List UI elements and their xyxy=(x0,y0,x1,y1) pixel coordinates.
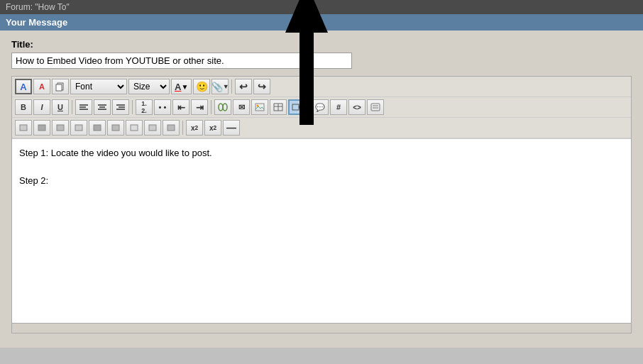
format-btn-9[interactable] xyxy=(163,120,180,136)
format-btn-7[interactable] xyxy=(126,120,143,136)
svg-rect-2 xyxy=(57,84,60,85)
indent-button[interactable]: ⇥ xyxy=(191,99,208,115)
size-select[interactable]: Size xyxy=(128,79,170,94)
format-btn-5[interactable] xyxy=(89,120,106,136)
editor-line-1: Step 1: Locate the video you would like … xyxy=(19,146,624,160)
underline-button[interactable]: U xyxy=(52,99,69,115)
format-btn-1[interactable] xyxy=(15,120,32,136)
svg-point-12 xyxy=(219,104,223,111)
outer-container: Title: A A Font Size A ▼ 🙂 📎▼ ↩ ↪ xyxy=(0,31,643,348)
outdent-button[interactable]: ⇤ xyxy=(172,99,189,115)
email-button[interactable]: ✉ xyxy=(233,99,250,115)
svg-rect-14 xyxy=(255,104,264,111)
editor-container: A A Font Size A ▼ 🙂 📎▼ ↩ ↪ B I xyxy=(11,76,632,333)
align-left-button[interactable] xyxy=(75,99,92,115)
link-button[interactable] xyxy=(214,99,231,115)
subscript-button[interactable]: x2 xyxy=(186,120,203,136)
emoji-button[interactable]: 🙂 xyxy=(193,79,210,94)
code2-button[interactable]: <> xyxy=(348,99,366,115)
svg-rect-1 xyxy=(56,84,62,91)
attach-button[interactable]: 📎▼ xyxy=(211,79,229,94)
undo-button[interactable]: ↩ xyxy=(235,79,252,94)
ordered-list-button[interactable]: 1.2. xyxy=(136,99,153,115)
spoiler-button[interactable] xyxy=(367,99,384,115)
align-center-button[interactable] xyxy=(94,99,111,115)
svg-rect-24 xyxy=(20,125,27,131)
bold-button[interactable]: B xyxy=(15,99,32,115)
svg-rect-31 xyxy=(149,125,156,131)
format-btn-8[interactable] xyxy=(144,120,161,136)
separator-4 xyxy=(211,100,211,114)
font-select[interactable]: Font xyxy=(70,79,127,94)
svg-rect-28 xyxy=(94,125,101,131)
italic-button[interactable]: I xyxy=(33,99,50,115)
format-btn-2[interactable] xyxy=(33,120,50,136)
editor-scrollbar[interactable] xyxy=(12,323,631,333)
svg-rect-32 xyxy=(167,125,175,131)
svg-marker-33 xyxy=(285,0,328,125)
paste-button[interactable] xyxy=(52,79,69,94)
svg-rect-27 xyxy=(75,125,82,131)
hr-button[interactable]: — xyxy=(223,120,240,136)
separator-1 xyxy=(231,79,232,94)
format-btn-4[interactable] xyxy=(70,120,87,136)
format-btn-6[interactable] xyxy=(107,120,124,136)
editor-area[interactable]: Step 1: Locate the video you would like … xyxy=(12,138,631,323)
editor-line-2: Step 2: xyxy=(19,174,624,188)
font-color-button[interactable]: A ▼ xyxy=(171,79,192,94)
separator-3 xyxy=(132,100,133,114)
svg-rect-26 xyxy=(57,125,64,131)
arrow-graphic xyxy=(278,0,335,132)
separator-2 xyxy=(72,100,72,114)
align-right-button[interactable] xyxy=(112,99,129,115)
superscript-button[interactable]: x2 xyxy=(204,120,221,136)
format-btn-3[interactable] xyxy=(52,120,69,136)
svg-rect-29 xyxy=(112,125,119,131)
image-button[interactable] xyxy=(251,99,268,115)
separator-6 xyxy=(182,121,183,135)
format-a2-button[interactable]: A xyxy=(33,79,50,94)
unordered-list-button[interactable]: • • xyxy=(154,99,171,115)
svg-rect-25 xyxy=(38,125,45,131)
svg-rect-21 xyxy=(371,104,380,111)
svg-rect-30 xyxy=(131,125,138,131)
redo-button[interactable]: ↪ xyxy=(253,79,270,94)
editor-content: Step 1: Locate the video you would like … xyxy=(19,146,624,188)
svg-point-13 xyxy=(223,104,227,111)
format-a-button[interactable]: A xyxy=(15,79,32,94)
